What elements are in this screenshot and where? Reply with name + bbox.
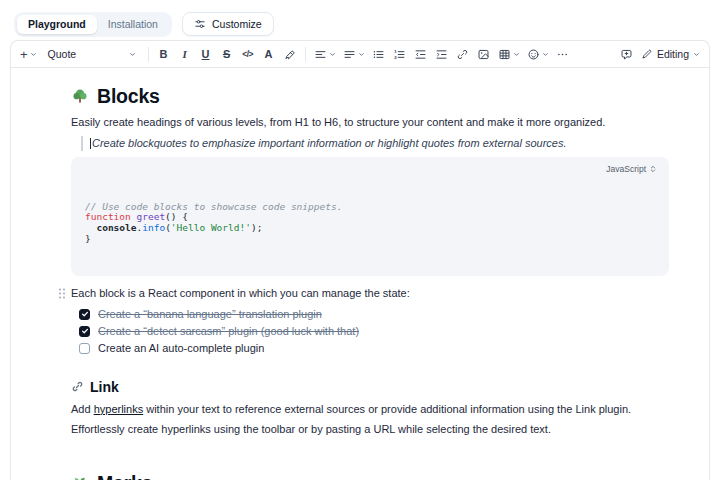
todo-item: Create a “detect sarcasm” plugin (good l… bbox=[79, 323, 669, 340]
code-button[interactable]: </> bbox=[238, 44, 258, 64]
indent-button[interactable] bbox=[432, 44, 452, 64]
blockquote-text: Create blockquotes to emphasize importan… bbox=[92, 137, 566, 149]
svg-text:1: 1 bbox=[394, 49, 397, 54]
customize-label: Customize bbox=[212, 18, 262, 30]
comment-plus-icon bbox=[620, 48, 633, 61]
checkbox-checked[interactable] bbox=[79, 326, 90, 337]
todo-label: Create a “banana language” translation p… bbox=[98, 308, 322, 320]
chevron-down-icon bbox=[30, 51, 37, 58]
link-icon bbox=[71, 380, 84, 393]
top-bar: Playground Installation Customize bbox=[0, 0, 720, 44]
todo-label: Create a “detect sarcasm” plugin (good l… bbox=[98, 325, 359, 337]
bulleted-list-icon bbox=[372, 48, 385, 61]
align-icon bbox=[314, 48, 327, 61]
outdent-icon bbox=[414, 48, 427, 61]
highlight-button[interactable] bbox=[280, 44, 300, 64]
align-dropdown[interactable] bbox=[311, 44, 339, 64]
turn-into-label: Quote bbox=[48, 49, 77, 60]
numbered-list-icon: 1 2 bbox=[393, 48, 406, 61]
indent-icon bbox=[435, 48, 448, 61]
comment-button[interactable] bbox=[617, 44, 637, 64]
chevron-down-icon bbox=[513, 51, 520, 58]
chevron-down-icon bbox=[358, 51, 365, 58]
chevron-down-icon bbox=[329, 51, 336, 58]
checkbox-checked[interactable] bbox=[79, 309, 90, 320]
tab-installation[interactable]: Installation bbox=[97, 15, 169, 34]
chevron-down-icon bbox=[542, 51, 549, 58]
tab-playground[interactable]: Playground bbox=[17, 15, 97, 34]
blockquote: Create blockquotes to emphasize importan… bbox=[81, 136, 669, 152]
editor-frame: + Quote B I U S </> A bbox=[10, 40, 710, 480]
todo-item: Create an AI auto-complete plugin bbox=[79, 340, 669, 357]
italic-button[interactable]: I bbox=[175, 44, 195, 64]
state-text: Each block is a React component in which… bbox=[71, 287, 410, 299]
emoji-icon bbox=[527, 48, 540, 61]
bulleted-list-button[interactable] bbox=[369, 44, 389, 64]
view-tabs: Playground Installation bbox=[14, 12, 172, 37]
drag-handle-icon[interactable] bbox=[57, 287, 67, 300]
mode-label: Editing bbox=[657, 49, 689, 60]
emoji-dropdown[interactable] bbox=[524, 44, 552, 64]
customize-button[interactable]: Customize bbox=[182, 12, 274, 36]
insert-dropdown[interactable]: + bbox=[17, 44, 40, 64]
link-button[interactable] bbox=[453, 44, 473, 64]
todo-item: Create a “banana language” translation p… bbox=[79, 306, 669, 323]
text-caret bbox=[90, 138, 91, 149]
link-paragraph-1: Add hyperlinks within your text to refer… bbox=[71, 402, 669, 418]
blocks-intro-paragraph: Easily create headings of various levels… bbox=[71, 115, 669, 131]
more-icon bbox=[556, 48, 569, 61]
turn-into-dropdown[interactable]: Quote bbox=[41, 44, 143, 64]
numbered-list-button[interactable]: 1 2 bbox=[390, 44, 410, 64]
todo-list: Create a “banana language” translation p… bbox=[79, 306, 669, 357]
pencil-icon bbox=[641, 48, 653, 60]
image-button[interactable] bbox=[474, 44, 494, 64]
blocks-heading: Blocks bbox=[71, 85, 669, 108]
code-language-label: JavaScript bbox=[606, 164, 646, 174]
code-content: // Use code blocks to showcase code snip… bbox=[85, 202, 655, 244]
link-heading: Link bbox=[71, 379, 669, 395]
check-icon bbox=[81, 310, 89, 318]
editor-surface[interactable]: Blocks Easily create headings of various… bbox=[11, 68, 709, 480]
svg-text:2: 2 bbox=[394, 54, 397, 59]
toolbar-separator bbox=[148, 47, 149, 62]
outdent-button[interactable] bbox=[411, 44, 431, 64]
image-icon bbox=[477, 48, 490, 61]
line-height-icon bbox=[343, 48, 356, 61]
fixed-toolbar: + Quote B I U S </> A bbox=[11, 41, 709, 68]
highlighter-icon bbox=[283, 48, 296, 61]
link-icon bbox=[456, 48, 469, 61]
mode-dropdown[interactable]: Editing bbox=[638, 44, 703, 64]
sliders-icon bbox=[194, 18, 206, 30]
more-button[interactable] bbox=[553, 44, 573, 64]
checkbox-unchecked[interactable] bbox=[79, 343, 90, 354]
seedling-icon bbox=[71, 474, 89, 480]
table-dropdown[interactable] bbox=[495, 44, 523, 64]
code-block: JavaScript // Use code blocks to showcas… bbox=[71, 157, 669, 276]
check-icon bbox=[81, 327, 89, 335]
link-paragraph-2: Effortlessly create hyperlinks using the… bbox=[71, 422, 669, 438]
line-height-dropdown[interactable] bbox=[340, 44, 368, 64]
code-language-select[interactable]: JavaScript bbox=[602, 162, 661, 176]
marks-heading: Marks bbox=[71, 472, 669, 480]
plus-icon: + bbox=[20, 48, 28, 61]
chevrons-up-down-icon bbox=[649, 165, 657, 173]
toolbar-separator bbox=[305, 47, 306, 62]
bold-button[interactable]: B bbox=[154, 44, 174, 64]
underline-button[interactable]: U bbox=[196, 44, 216, 64]
chevron-down-icon bbox=[129, 51, 136, 58]
todo-label: Create an AI auto-complete plugin bbox=[98, 342, 264, 354]
strikethrough-button[interactable]: S bbox=[217, 44, 237, 64]
state-paragraph: Each block is a React component in which… bbox=[71, 286, 669, 302]
table-icon bbox=[498, 48, 511, 61]
chevron-down-icon bbox=[693, 51, 700, 58]
text-color-button[interactable]: A bbox=[259, 44, 279, 64]
tree-icon bbox=[71, 88, 89, 106]
